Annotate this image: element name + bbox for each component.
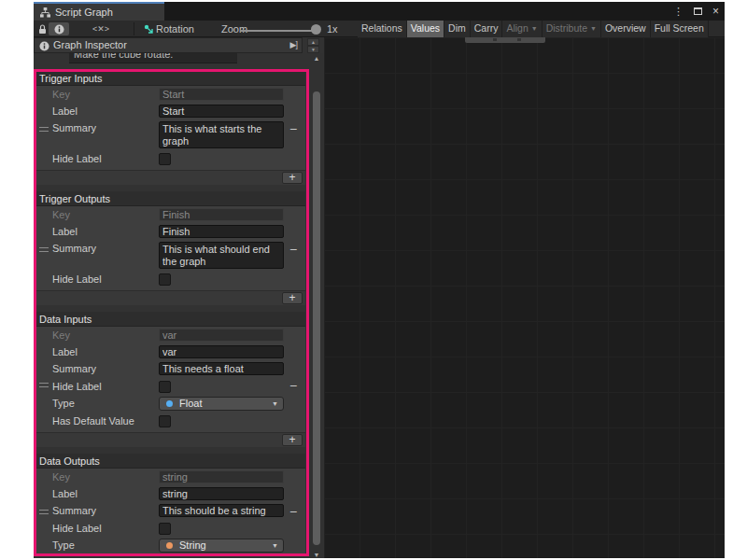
graph-inspector-header: Graph Inspector ▶]	[34, 37, 303, 53]
graph-summary-text: Make the cube rotate.	[69, 53, 237, 60]
zoom-slider-handle[interactable]	[311, 24, 321, 35]
overview-button[interactable]: Overview	[601, 21, 651, 37]
key-field	[159, 470, 284, 483]
spinner-up-icon[interactable]: ▲	[307, 38, 319, 46]
type-row: Type Float ▼	[35, 397, 305, 413]
scroll-up-icon[interactable]: ▲	[310, 55, 323, 62]
hide-label-checkbox[interactable]	[159, 153, 171, 165]
has-default-checkbox[interactable]	[159, 415, 171, 427]
chevron-down-icon: ▼	[590, 25, 597, 32]
label-row: Label	[35, 225, 305, 242]
inspector-title: Graph Inspector	[53, 38, 127, 52]
key-row: Key	[35, 208, 305, 225]
script-graph-icon	[40, 7, 50, 18]
key-row: Key	[35, 88, 305, 105]
hide-label-row: Hide Label	[35, 273, 305, 289]
section-data-outputs: Data Outputs Key Label Summary − Hide La…	[35, 454, 305, 556]
tab-bar: Script Graph ⋮ ×	[34, 2, 725, 21]
dim-button[interactable]: Dim	[444, 21, 471, 37]
summary-row: Summary This is what starts the graph −	[35, 121, 305, 152]
label-field[interactable]	[159, 345, 284, 358]
full-screen-button[interactable]: Full Screen	[651, 21, 709, 37]
hide-label-checkbox[interactable]	[159, 273, 171, 286]
add-item-button[interactable]: +	[282, 434, 303, 446]
key-row: Key	[35, 470, 305, 487]
dock-pane-icon[interactable]: ▶]	[290, 38, 297, 52]
type-row: Type String ▼	[35, 539, 305, 555]
toolbar-separator	[134, 22, 134, 35]
distribute-button[interactable]: Distribute ▼	[543, 21, 601, 37]
spinner-down-icon[interactable]: ▼	[307, 46, 319, 53]
scrollbar-thumb[interactable]	[313, 91, 320, 545]
inspector-scrollbar: ▲ ▼	[310, 53, 323, 558]
window-menu-icon[interactable]: ⋮	[673, 6, 684, 18]
type-dropdown[interactable]: String ▼	[159, 539, 284, 553]
rotation-node-icon	[143, 22, 154, 35]
section-trigger-inputs: Trigger Inputs Key Label Summary This is…	[35, 71, 305, 185]
info-icon	[39, 41, 49, 51]
drag-handle-icon[interactable]	[39, 247, 49, 252]
hide-label-row: Hide Label	[35, 152, 305, 169]
summary-field[interactable]: This is what starts the graph	[159, 121, 284, 148]
code-view-icon[interactable]: <✕>	[88, 22, 114, 35]
graph-summary-field[interactable]: Make the cube rotate.	[69, 53, 237, 63]
label-field[interactable]	[159, 487, 284, 500]
remove-item-button[interactable]: −	[287, 122, 300, 135]
hide-label-checkbox[interactable]	[159, 381, 171, 393]
zoom-slider-track[interactable]	[240, 30, 318, 32]
drag-handle-icon[interactable]	[39, 127, 49, 132]
node-fragment[interactable]	[465, 37, 545, 43]
label-field[interactable]	[159, 225, 284, 238]
label-row: Label	[35, 105, 305, 121]
type-dropdown[interactable]: Float ▼	[159, 397, 284, 411]
carry-button[interactable]: Carry	[471, 21, 503, 37]
values-button[interactable]: Values	[407, 21, 444, 37]
chevron-down-icon: ▼	[531, 25, 538, 32]
graph-canvas[interactable]	[324, 37, 725, 558]
section-title: Trigger Inputs	[35, 71, 305, 86]
scroll-down-icon[interactable]: ▼	[310, 552, 323, 558]
add-item-button[interactable]: +	[282, 292, 303, 304]
script-graph-window: Script Graph ⋮ × <✕>	[34, 2, 725, 558]
tab-title: Script Graph	[55, 7, 113, 18]
info-icon	[54, 24, 64, 35]
hide-label-checkbox[interactable]	[159, 523, 171, 535]
summary-row: Summary −	[35, 504, 305, 521]
section-title: Data Outputs	[35, 454, 305, 469]
list-footer: +	[35, 170, 305, 185]
lock-icon[interactable]	[35, 22, 49, 35]
close-icon[interactable]: ×	[712, 5, 719, 18]
remove-item-button[interactable]: −	[287, 243, 300, 256]
graph-toolbar: <✕> Rotation Zoom 1x Relations Values Di…	[34, 21, 725, 37]
float-type-icon	[166, 400, 173, 407]
drag-handle-icon[interactable]	[39, 510, 49, 514]
summary-field[interactable]	[159, 504, 284, 517]
section-trigger-outputs: Trigger Outputs Key Label Summary This i…	[35, 191, 305, 305]
string-type-icon	[166, 542, 173, 549]
maximize-icon[interactable]	[694, 7, 702, 15]
key-field	[159, 208, 284, 221]
key-field	[159, 329, 284, 342]
zoom-value: 1x	[327, 23, 338, 35]
add-item-button[interactable]: +	[282, 172, 303, 184]
tab-script-graph[interactable]: Script Graph	[34, 2, 164, 21]
relations-button[interactable]: Relations	[358, 21, 407, 37]
section-data-inputs: Data Inputs Key Label Summary − Hide Lab…	[35, 312, 305, 447]
summary-row: Summary This is what should end the grap…	[35, 242, 305, 273]
inspector-toggle-button[interactable]	[49, 22, 69, 35]
section-title: Trigger Outputs	[35, 191, 305, 206]
label-row: Label	[35, 345, 305, 362]
list-footer: +	[35, 290, 305, 305]
zoom-label: Zoom	[221, 23, 247, 35]
label-row: Label	[35, 487, 305, 504]
inspector-spinner: ▲ ▼	[307, 38, 319, 53]
label-field[interactable]	[159, 105, 284, 118]
toolbar-buttons: Relations Values Dim Carry Align ▼ Distr…	[358, 21, 709, 37]
dropdown-arrow-icon: ▼	[272, 542, 278, 549]
align-button[interactable]: Align ▼	[502, 21, 542, 37]
graph-inspector-body: Make the cube rotate. Trigger Inputs Key…	[34, 53, 309, 558]
remove-item-button[interactable]: −	[287, 505, 300, 518]
summary-field[interactable]: This is what should end the graph	[159, 242, 284, 269]
summary-field[interactable]	[159, 362, 284, 375]
hide-label-row: Hide Label	[35, 380, 305, 397]
